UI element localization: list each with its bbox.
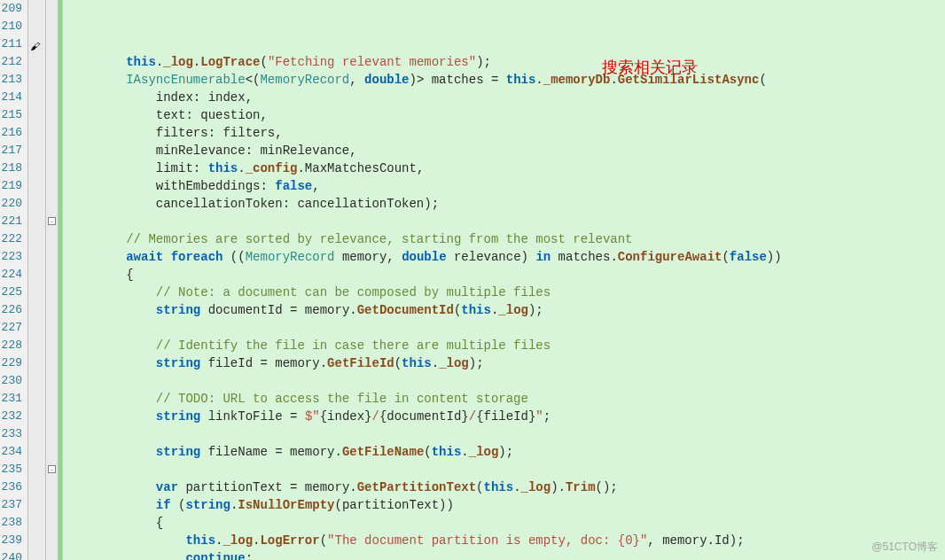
line-number: 221: [0, 213, 22, 230]
line-number: 211: [0, 35, 22, 53]
line-number: 239: [0, 532, 22, 549]
code-line[interactable]: cancellationToken: cancellationToken);: [66, 195, 945, 213]
line-number: 228: [0, 337, 22, 354]
watermark-label: @51CTO博客: [871, 540, 938, 555]
code-line[interactable]: [66, 461, 945, 478]
line-number: 237: [0, 496, 22, 514]
line-number: 216: [0, 124, 22, 142]
code-line[interactable]: index: index,: [66, 89, 945, 106]
code-line[interactable]: limit: this._config.MaxMatchesCount,: [66, 159, 945, 177]
line-number: 222: [0, 230, 22, 248]
line-number: 214: [0, 89, 22, 106]
code-line[interactable]: var partitionText = memory.GetPartitionT…: [66, 478, 945, 496]
code-line[interactable]: this._log.LogError("The document partiti…: [66, 532, 945, 549]
line-number: 236: [0, 478, 22, 496]
code-line[interactable]: minRelevance: minRelevance,: [66, 142, 945, 159]
code-line[interactable]: // Note: a document can be composed by m…: [66, 284, 945, 301]
code-line[interactable]: string fileId = memory.GetFileId(this._l…: [66, 354, 945, 372]
line-number: 234: [0, 443, 22, 461]
code-line[interactable]: text: question,: [66, 106, 945, 124]
line-number: 210: [0, 18, 22, 35]
code-line[interactable]: // TODO: URL to access the file in conte…: [66, 390, 945, 408]
code-text-area[interactable]: 搜索相关记录 this._log.LogTrace("Fetching rele…: [63, 0, 945, 560]
code-line[interactable]: // Memories are sorted by relevance, sta…: [66, 230, 945, 248]
line-number: 215: [0, 106, 22, 124]
line-number: 226: [0, 301, 22, 319]
line-number: 229: [0, 354, 22, 372]
marker-margin: 🖌: [28, 0, 46, 560]
code-line[interactable]: filters: filters,: [66, 124, 945, 142]
code-line[interactable]: continue;: [66, 549, 945, 560]
line-number: 224: [0, 266, 22, 284]
code-line[interactable]: [66, 425, 945, 443]
code-line[interactable]: string documentId = memory.GetDocumentId…: [66, 301, 945, 319]
line-number: 212: [0, 53, 22, 71]
code-line[interactable]: withEmbeddings: false,: [66, 177, 945, 195]
code-line[interactable]: [66, 213, 945, 230]
code-line[interactable]: {: [66, 514, 945, 532]
code-line[interactable]: {: [66, 266, 945, 284]
code-line[interactable]: if (string.IsNullOrEmpty(partitionText)): [66, 496, 945, 514]
line-number: 232: [0, 408, 22, 425]
code-line[interactable]: string fileName = memory.GetFileName(thi…: [66, 443, 945, 461]
bookmark-icon: 🖌: [30, 38, 40, 56]
code-line[interactable]: string linkToFile = $"{index}/{documentI…: [66, 408, 945, 425]
code-line[interactable]: this._log.LogTrace("Fetching relevant me…: [66, 53, 945, 71]
line-number: 213: [0, 71, 22, 89]
line-number: 238: [0, 514, 22, 532]
fold-margin: --: [46, 0, 59, 560]
code-editor: 2092102112122132142152162172182192202212…: [0, 0, 945, 560]
code-line[interactable]: await foreach ((MemoryRecord memory, dou…: [66, 248, 945, 266]
line-number: 230: [0, 372, 22, 390]
line-number: 233: [0, 425, 22, 443]
line-number: 223: [0, 248, 22, 266]
fold-toggle[interactable]: -: [48, 217, 56, 225]
line-number: 231: [0, 390, 22, 408]
code-line[interactable]: // Identify the file in case there are m…: [66, 337, 945, 354]
line-number: 217: [0, 142, 22, 159]
fold-toggle[interactable]: -: [48, 465, 56, 473]
line-number: 219: [0, 177, 22, 195]
annotation-label: 搜索相关记录: [602, 58, 698, 76]
code-line[interactable]: [66, 319, 945, 337]
code-line[interactable]: IAsyncEnumerable<(MemoryRecord, double)>…: [66, 71, 945, 89]
line-number: 209: [0, 0, 22, 18]
code-line[interactable]: [66, 372, 945, 390]
line-number-gutter: 2092102112122132142152162172182192202212…: [0, 0, 28, 560]
line-number: 240: [0, 549, 22, 560]
line-number: 235: [0, 461, 22, 478]
line-number: 225: [0, 284, 22, 301]
line-number: 218: [0, 159, 22, 177]
line-number: 227: [0, 319, 22, 337]
line-number: 220: [0, 195, 22, 213]
